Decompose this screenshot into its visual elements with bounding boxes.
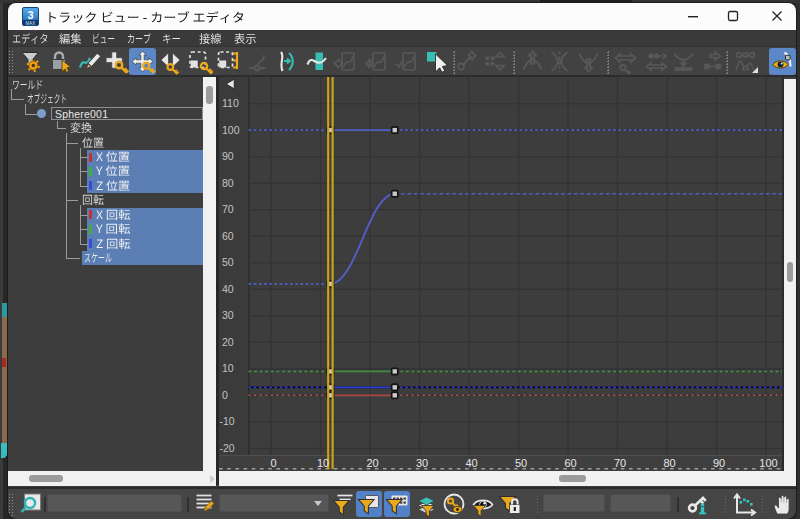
draw-curves-button[interactable] <box>75 48 102 75</box>
tree-vertical-scrollbar[interactable] <box>203 77 216 485</box>
statusbar-separator <box>677 497 679 512</box>
toolbar <box>8 47 796 77</box>
tree-connector <box>80 171 88 172</box>
tree-item-scale[interactable]: スケール <box>84 251 113 270</box>
ease-curve-button[interactable] <box>332 48 359 75</box>
graph-horizontal-scrollbar[interactable] <box>219 471 796 486</box>
status-bar <box>8 487 796 519</box>
pan-button[interactable] <box>770 491 796 517</box>
simplify-curve-button[interactable] <box>272 48 299 75</box>
value-ruler-label: 0 <box>222 390 228 401</box>
toolbar-separator <box>726 51 729 74</box>
tree-vertical-scrollbar-thumb[interactable] <box>206 86 213 104</box>
tree-connector <box>80 244 88 245</box>
filter-selected-tracks-button[interactable] <box>356 491 382 517</box>
multiplier-curve-button[interactable] <box>363 48 390 75</box>
tree-connector <box>25 104 26 113</box>
value-ruler-label: 70 <box>222 204 234 215</box>
menu-curve[interactable]: カーブ <box>127 32 152 46</box>
window-title <box>45 10 246 26</box>
tree-connector <box>66 200 78 201</box>
filter-locked-tracks-button[interactable] <box>497 491 523 517</box>
enable-curve-button[interactable] <box>393 48 420 75</box>
tree-connector <box>80 215 88 216</box>
x-axis-color-bar <box>89 153 92 162</box>
add-keys-button[interactable] <box>102 48 129 75</box>
value-ruler-label: 10 <box>222 363 234 374</box>
track-set-dropdown[interactable] <box>219 494 329 512</box>
flatten-keys-button[interactable] <box>670 48 697 75</box>
move-keys-button[interactable] <box>129 48 156 75</box>
menu-tangent[interactable]: 接線 <box>199 32 223 46</box>
slide-keys-button[interactable] <box>157 48 184 75</box>
time-ruler-label: 20 <box>366 458 378 469</box>
filter-keyable-tracks-button[interactable] <box>441 491 467 517</box>
desktop-right-strip <box>796 3 800 519</box>
y-axis-color-bar <box>89 167 92 176</box>
tree-horizontal-scrollbar-thumb[interactable] <box>29 475 63 482</box>
titlebar[interactable]: 3 MAX トラック ビュー - カーブ エディタ <box>8 3 796 30</box>
z-axis-color-bar <box>89 181 92 190</box>
close-button[interactable] <box>757 3 796 30</box>
filter-active-layer-button[interactable] <box>413 491 439 517</box>
scale-keys-button[interactable] <box>186 48 213 75</box>
filters-button[interactable] <box>18 48 45 75</box>
shift-keys-button[interactable] <box>699 48 726 75</box>
menu-editor[interactable]: エディタ <box>12 32 50 46</box>
align-keys-button[interactable] <box>612 48 639 75</box>
statusbar-separator <box>44 497 46 512</box>
retimer-button[interactable] <box>245 48 272 75</box>
tree-hscroll-right-arrow[interactable] <box>205 472 219 486</box>
tangent-tools-button[interactable] <box>732 48 759 75</box>
tree-connector <box>80 229 88 230</box>
zoom-selected-object-button[interactable] <box>19 491 45 517</box>
tree-item-sphere001[interactable]: Sphere001 <box>55 108 108 120</box>
show-key-stats-button[interactable] <box>685 491 711 517</box>
x-axis-color-bar <box>89 210 92 219</box>
menu-edit[interactable]: 編集 <box>59 32 83 46</box>
isolate-curve-button[interactable] <box>769 48 796 75</box>
statusbar-drag-handle[interactable] <box>8 493 13 516</box>
menu-display[interactable]: 表示 <box>234 32 258 46</box>
statusbar-separator <box>724 495 728 515</box>
3dsmax-app-icon: 3 MAX <box>22 7 39 26</box>
tangent-slow-button[interactable] <box>575 48 602 75</box>
graph-horizontal-scrollbar-thumb[interactable] <box>559 475 586 482</box>
lock-selection-button[interactable] <box>47 48 74 75</box>
value-ruler-label: 90 <box>222 151 234 162</box>
reduce-keys-button[interactable] <box>303 48 330 75</box>
tangent-fast-button[interactable] <box>519 48 546 75</box>
graph-vertical-scrollbar[interactable] <box>784 79 797 486</box>
filters-button[interactable] <box>330 491 356 517</box>
z-axis-color-bar <box>89 239 92 248</box>
select-keys-button[interactable] <box>423 48 450 75</box>
svg-text:3: 3 <box>27 9 33 21</box>
nudge-keys-button[interactable] <box>481 48 508 75</box>
minimize-button[interactable] <box>673 3 713 30</box>
menu-key[interactable]: キー <box>162 32 182 46</box>
menu-view[interactable]: ビュー <box>92 32 116 46</box>
tangent-spline-button[interactable] <box>546 48 573 75</box>
stretch-time-button[interactable] <box>643 48 670 75</box>
value-ruler-label: 100 <box>222 125 240 136</box>
customize-keys-button[interactable] <box>453 48 480 75</box>
screen: 3 MAX トラック ビュー - カーブ エディタ エディタ編集ビューカーブキー… <box>0 0 800 519</box>
track-hierarchy-panel[interactable]: ワールドオブジェクトSphere001変換位置X 位置Y 位置Z 位置回転X 回… <box>8 77 203 471</box>
tree-connector <box>80 148 81 186</box>
edit-track-set-button[interactable] <box>194 491 220 517</box>
toolbar-drag-handle[interactable] <box>8 50 13 74</box>
filter-animated-tracks-button[interactable] <box>384 491 410 517</box>
scale-values-button[interactable] <box>215 48 242 75</box>
key-value-field[interactable] <box>610 494 671 512</box>
time-ruler-label: 100 <box>759 458 777 469</box>
graph-vertical-scrollbar-thumb[interactable] <box>787 262 794 282</box>
interactive-update-button[interactable] <box>732 491 758 517</box>
curve-editor-graph[interactable]: 1101009080706050403020100-10-20010203040… <box>219 77 782 471</box>
key-time-field[interactable] <box>543 494 605 512</box>
statusbar-separator <box>536 495 540 515</box>
maximize-button[interactable] <box>713 3 753 30</box>
track-filter-field[interactable] <box>47 494 182 512</box>
time-ruler-label: 90 <box>713 458 725 469</box>
filter-visible-objects-button[interactable] <box>470 491 496 517</box>
tree-connector <box>66 258 80 259</box>
